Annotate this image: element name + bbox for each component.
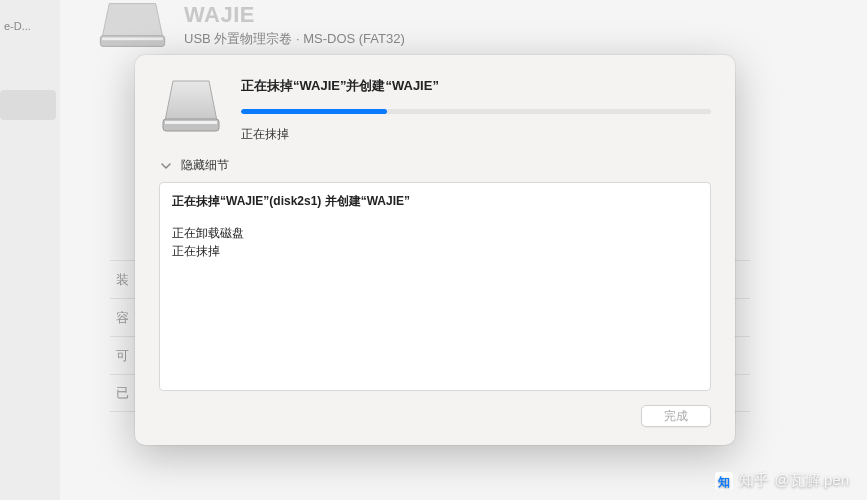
sidebar-item-label: e-D... — [0, 20, 31, 32]
done-button[interactable]: 完成 — [641, 405, 711, 427]
external-disk-icon — [159, 75, 223, 139]
details-line: 正在抹掉 — [172, 242, 698, 260]
sidebar: e-D... — [0, 0, 60, 500]
details-log: 正在抹掉“WAJIE”(disk2s1) 并创建“WAJIE” 正在卸载磁盘 正… — [159, 182, 711, 391]
svg-rect-0 — [100, 36, 164, 47]
details-toggle-label: 隐藏细节 — [181, 157, 229, 174]
chevron-down-icon — [159, 159, 173, 173]
svg-rect-3 — [165, 121, 217, 124]
external-disk-icon — [95, 0, 170, 50]
watermark-user: @瓦解.pen — [775, 471, 849, 490]
volume-title: WAJIE — [184, 2, 405, 28]
status-text: 正在抹掉 — [241, 126, 711, 143]
dialog-title: 正在抹掉“WAJIE”并创建“WAJIE” — [241, 77, 711, 95]
watermark-brand: 知乎 — [739, 471, 769, 490]
volume-subtitle: USB 外置物理宗卷 · MS-DOS (FAT32) — [184, 30, 405, 48]
progress-fill — [241, 109, 387, 114]
progress-bar — [241, 109, 711, 114]
erase-progress-dialog: 正在抹掉“WAJIE”并创建“WAJIE” 正在抹掉 隐藏细节 正在抹掉“WAJ… — [135, 55, 735, 445]
details-line: 正在卸载磁盘 — [172, 224, 698, 242]
svg-text:知: 知 — [717, 474, 730, 487]
zhihu-logo-icon: 知 — [715, 472, 733, 490]
sidebar-selection — [0, 90, 56, 120]
volume-header: WAJIE USB 外置物理宗卷 · MS-DOS (FAT32) — [95, 0, 405, 50]
svg-rect-1 — [102, 38, 163, 41]
details-heading: 正在抹掉“WAJIE”(disk2s1) 并创建“WAJIE” — [172, 193, 698, 210]
svg-rect-2 — [163, 119, 219, 131]
details-toggle[interactable]: 隐藏细节 — [159, 157, 711, 174]
watermark: 知 知乎 @瓦解.pen — [715, 471, 849, 490]
